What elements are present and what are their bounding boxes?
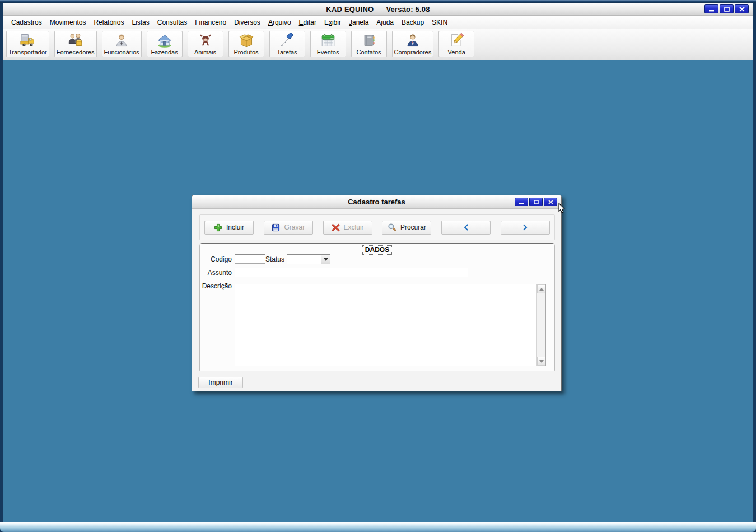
close-button[interactable] xyxy=(735,4,749,13)
menu-consultas[interactable]: Consultas xyxy=(153,17,191,28)
toolbar-button-label: Tarefas xyxy=(277,49,297,56)
dados-groupbox: DADOS Codigo Status Assunto Descrição xyxy=(199,243,555,371)
calendar-icon xyxy=(320,32,336,49)
dialog-button-label: Procurar xyxy=(400,223,426,231)
cow-icon xyxy=(198,32,213,49)
dialog-close-button[interactable] xyxy=(544,198,557,206)
menu-editar[interactable]: Editar xyxy=(295,17,320,28)
descricao-textarea[interactable] xyxy=(235,284,536,366)
assunto-input[interactable] xyxy=(235,268,468,277)
status-label: Status xyxy=(253,255,284,263)
save-icon xyxy=(272,223,280,232)
toolbar-funcionarios-button[interactable]: Funcionários xyxy=(102,31,142,57)
minimize-button[interactable] xyxy=(704,4,718,13)
menu-relatorios[interactable]: Relatórios xyxy=(90,17,128,28)
toolbar-fornecedores-button[interactable]: Fornecedores xyxy=(54,31,97,57)
main-toolbar: TransportadorFornecedoresFuncionáriosFaz… xyxy=(3,29,753,60)
codigo-label: Codigo xyxy=(200,255,232,263)
gravar-button[interactable]: Gravar xyxy=(264,221,313,235)
menu-diversos[interactable]: Diversos xyxy=(230,17,264,28)
app-title: KAD EQUINO xyxy=(326,5,374,13)
dialog-toolbar: IncluirGravarExcluirProcurar xyxy=(199,214,555,240)
delete-icon xyxy=(332,223,340,232)
dialog-button-label: Gravar xyxy=(284,223,305,231)
imprimir-button[interactable]: Imprimir xyxy=(198,377,243,388)
scroll-up-icon[interactable] xyxy=(537,284,545,293)
menu-financeiro[interactable]: Financeiro xyxy=(191,17,230,28)
menu-bar: CadastrosMovimentosRelatóriosListasConsu… xyxy=(3,16,753,29)
menu-arquivo[interactable]: Arquivo xyxy=(264,17,295,28)
mdi-client-area: Cadastro tarefas IncluirGravarExcluirPro… xyxy=(3,60,753,522)
mouse-cursor xyxy=(557,203,567,216)
menu-janela[interactable]: Janela xyxy=(345,17,372,28)
window-controls xyxy=(704,4,749,13)
toolbar-contatos-button[interactable]: Contatos xyxy=(351,31,387,57)
procurar-button[interactable]: Procurar xyxy=(382,221,431,235)
scroll-down-icon[interactable] xyxy=(537,357,545,366)
cadastro-tarefas-window: Cadastro tarefas IncluirGravarExcluirPro… xyxy=(192,195,562,391)
app-version: Versão: 5.08 xyxy=(386,5,430,13)
status-value xyxy=(287,255,321,264)
incluir-button[interactable]: Incluir xyxy=(204,221,254,235)
descricao-label: Descrição xyxy=(200,282,232,290)
maximize-button[interactable] xyxy=(720,4,734,13)
arrow-right-icon xyxy=(521,223,529,231)
menu-backup[interactable]: Backup xyxy=(398,17,428,28)
menu-movimentos[interactable]: Movimentos xyxy=(46,17,90,28)
dropdown-arrow-icon[interactable] xyxy=(321,255,330,264)
dialog-minimize-button[interactable] xyxy=(515,198,528,206)
dialog-maximize-button[interactable] xyxy=(529,198,543,206)
menu-listas[interactable]: Listas xyxy=(128,17,153,28)
menu-skin[interactable]: SKIN xyxy=(428,17,451,28)
toolbar-animais-button[interactable]: Animais xyxy=(188,31,223,57)
status-dropdown[interactable] xyxy=(287,254,330,264)
menu-cadastros[interactable]: Cadastros xyxy=(7,17,46,28)
excluir-button[interactable]: Excluir xyxy=(323,221,372,235)
toolbar-venda-button[interactable]: Venda xyxy=(438,31,474,57)
address-book-icon xyxy=(362,32,376,49)
dialog-button-label: Incluir xyxy=(226,223,244,231)
toolbar-button-label: Transportador xyxy=(8,49,47,56)
dialog-button-label: Excluir xyxy=(344,223,364,231)
truck-icon xyxy=(20,32,35,49)
arrow-left-icon xyxy=(462,223,470,231)
suppliers-icon xyxy=(68,32,83,49)
farm-house-icon xyxy=(157,32,172,49)
window-title-bar: KAD EQUINO Versão: 5.08 xyxy=(3,3,753,16)
toolbar-fazendas-button[interactable]: Fazendas xyxy=(147,31,183,57)
window-frame-bottom xyxy=(0,522,756,532)
toolbar-button-label: Produtos xyxy=(234,49,259,56)
toolbar-produtos-button[interactable]: Produtos xyxy=(228,31,264,57)
previous-button[interactable] xyxy=(441,221,491,235)
screwdriver-icon xyxy=(279,32,295,49)
toolbar-button-label: Eventos xyxy=(317,49,339,56)
plus-icon xyxy=(214,223,222,232)
assunto-label: Assunto xyxy=(200,269,232,277)
menu-ajuda[interactable]: Ajuda xyxy=(372,17,398,28)
employee-icon xyxy=(114,32,129,49)
toolbar-compradores-button[interactable]: Compradores xyxy=(392,31,434,57)
toolbar-button-label: Venda xyxy=(448,49,465,56)
dados-tab-label[interactable]: DADOS xyxy=(362,245,392,255)
search-icon xyxy=(388,223,396,232)
toolbar-transportador-button[interactable]: Transportador xyxy=(6,31,49,57)
next-button[interactable] xyxy=(501,221,550,235)
pencil-icon xyxy=(449,32,464,49)
menu-exibir[interactable]: Exibir xyxy=(320,17,345,28)
dialog-window-controls xyxy=(515,198,557,206)
buyer-icon xyxy=(405,32,420,49)
descricao-memo xyxy=(235,284,546,366)
toolbar-tarefas-button[interactable]: Tarefas xyxy=(269,31,305,57)
toolbar-button-label: Funcionários xyxy=(104,49,139,56)
toolbar-button-label: Fazendas xyxy=(151,49,178,56)
dialog-title-bar[interactable]: Cadastro tarefas xyxy=(192,195,561,209)
dialog-title: Cadastro tarefas xyxy=(348,198,405,206)
toolbar-button-label: Contatos xyxy=(357,49,381,56)
memo-scrollbar[interactable] xyxy=(536,284,545,366)
box-icon xyxy=(239,32,254,49)
toolbar-button-label: Fornecedores xyxy=(57,49,95,56)
toolbar-button-label: Animais xyxy=(194,49,216,56)
toolbar-eventos-button[interactable]: Eventos xyxy=(310,31,346,57)
toolbar-button-label: Compradores xyxy=(394,49,432,56)
